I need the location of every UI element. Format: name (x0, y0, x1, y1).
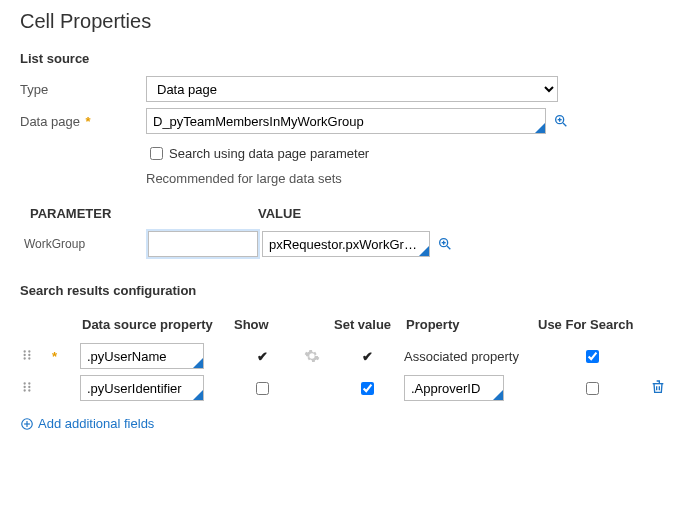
setvalue-locked-icon: ✔ (362, 349, 373, 364)
drag-handle-icon[interactable] (20, 380, 36, 396)
svg-point-13 (28, 357, 30, 359)
results-heading: Search results configuration (20, 283, 674, 298)
svg-line-5 (447, 246, 450, 249)
set-value-checkbox[interactable] (361, 382, 374, 395)
col-show: Show (232, 317, 292, 332)
svg-point-9 (28, 350, 30, 352)
svg-point-14 (24, 382, 26, 384)
data-source-input[interactable] (80, 343, 204, 369)
show-locked-icon: ✔ (257, 349, 268, 364)
drag-handle-icon[interactable] (20, 348, 36, 364)
param-value-input[interactable] (262, 231, 430, 257)
recommended-text: Recommended for large data sets (146, 171, 674, 186)
col-property: Property (404, 317, 534, 332)
magnify-icon[interactable] (436, 235, 454, 253)
trash-icon[interactable] (650, 379, 666, 395)
plus-circle-icon (20, 417, 34, 431)
page-title: Cell Properties (20, 10, 674, 33)
param-col-header: PARAMETER (30, 206, 258, 221)
table-row (20, 372, 674, 404)
svg-point-19 (28, 389, 30, 391)
search-param-label: Search using data page parameter (169, 146, 369, 161)
svg-point-16 (24, 385, 26, 387)
col-use-for-search: Use For Search (536, 317, 648, 332)
show-checkbox[interactable] (256, 382, 269, 395)
type-select[interactable]: Data page (146, 76, 558, 102)
results-header-row: Data source property Show Set value Prop… (20, 308, 674, 340)
use-for-search-checkbox[interactable] (586, 382, 599, 395)
associated-property-text: Associated property (404, 349, 519, 364)
svg-line-1 (563, 123, 566, 126)
svg-point-17 (28, 385, 30, 387)
data-source-input[interactable] (80, 375, 204, 401)
data-page-input[interactable] (146, 108, 546, 134)
col-data-source: Data source property (80, 317, 230, 332)
col-set-value: Set value (332, 317, 402, 332)
table-row: * ✔ ✔ Associated property (20, 340, 674, 372)
magnify-icon[interactable] (552, 112, 570, 130)
svg-point-11 (28, 353, 30, 355)
property-input[interactable] (404, 375, 504, 401)
add-fields-link[interactable]: Add additional fields (20, 416, 154, 431)
param-input[interactable] (148, 231, 258, 257)
svg-point-12 (24, 357, 26, 359)
svg-point-8 (24, 350, 26, 352)
data-page-label: Data page * (20, 114, 146, 129)
param-name-label: WorkGroup (24, 237, 148, 251)
list-source-heading: List source (20, 51, 674, 66)
svg-point-10 (24, 353, 26, 355)
required-asterisk: * (82, 114, 91, 129)
search-param-checkbox[interactable] (150, 147, 163, 160)
gear-icon[interactable] (304, 348, 320, 364)
svg-point-15 (28, 382, 30, 384)
type-label: Type (20, 82, 146, 97)
use-for-search-checkbox[interactable] (586, 350, 599, 363)
value-col-header: VALUE (258, 206, 301, 221)
svg-point-18 (24, 389, 26, 391)
required-asterisk: * (52, 349, 57, 364)
